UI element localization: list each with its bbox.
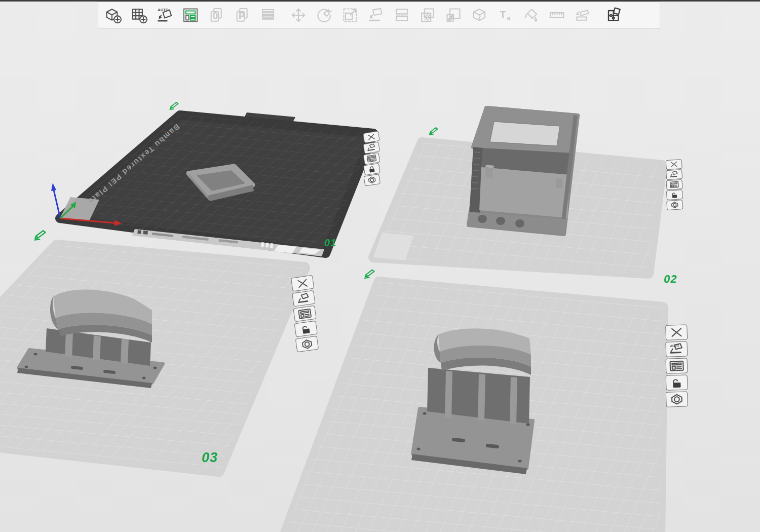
lock-plate-button[interactable]	[666, 189, 683, 200]
delete-plate-button[interactable]	[666, 159, 682, 170]
plate-settings-button[interactable]	[666, 391, 688, 407]
arrange-plate-button[interactable]: AUTO	[665, 341, 688, 357]
plate-03-number: 03	[202, 450, 218, 466]
arrange-plate-button[interactable]	[292, 290, 315, 307]
plate-name-button[interactable]	[665, 358, 688, 373]
delete-plate-button[interactable]	[291, 275, 314, 292]
plate-02-number: 02	[664, 273, 677, 286]
plate-04-rename-pencil-icon[interactable]	[363, 268, 378, 279]
plate-02-rename-pencil-icon[interactable]	[428, 126, 441, 136]
lock-plate-button[interactable]	[666, 374, 688, 390]
plate-settings-button[interactable]	[666, 200, 683, 210]
enclosure-top-window	[490, 122, 560, 146]
plate-02-actions	[666, 159, 686, 210]
model-enclosure-box[interactable]	[467, 108, 578, 235]
plate-04-actions: AUTO	[665, 324, 690, 407]
arrange-plate-button[interactable]	[666, 169, 682, 180]
z-axis-arrow	[51, 183, 56, 191]
scene-canvas[interactable]: Bambu Textured PEI Plate	[0, 0, 760, 532]
plate-01-rename-pencil-icon[interactable]	[168, 100, 181, 110]
plate-name-button[interactable]	[666, 179, 682, 190]
lock-plate-button[interactable]	[294, 321, 318, 337]
plate-01-number: 01	[324, 237, 336, 249]
arrange-auto-label: AUTO	[670, 344, 679, 348]
viewport-3d[interactable]: Bambu Textured PEI Plate	[0, 0, 760, 532]
plate-name-button[interactable]	[293, 306, 316, 322]
plate-03-rename-pencil-icon[interactable]	[32, 228, 50, 241]
delete-plate-button[interactable]	[665, 324, 688, 340]
